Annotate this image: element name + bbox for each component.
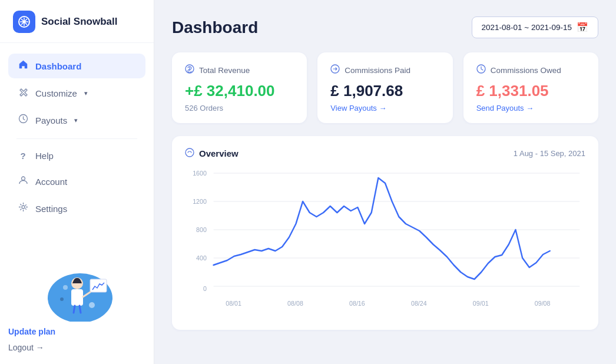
sidebar-item-help[interactable]: ? Help [8,145,145,167]
stat-header-revenue: Total Revenue [185,64,294,76]
page-title: Dashboard [172,18,258,37]
dashboard-label: Dashboard [35,61,81,71]
owed-label: Commissions Owed [491,66,561,75]
revenue-icon [185,64,194,76]
illustration-area [8,257,145,326]
svg-point-1 [23,21,26,24]
sidebar-bottom: Update plan Logout → [0,251,154,364]
send-payouts-link[interactable]: Send Payouts → [476,104,585,112]
svg-point-3 [21,177,25,180]
stat-card-commissions-paid: Commissions Paid £ 1,907.68 View Payouts… [317,52,452,123]
svg-rect-7 [71,289,83,306]
overview-title: Overview [185,148,239,159]
payouts-icon [16,114,29,127]
svg-point-10 [63,285,68,290]
payouts-chevron: ▾ [74,117,78,124]
overview-chart: 1600 1200 800 400 0 08/01 08/08 08/16 08… [185,167,585,320]
revenue-value: +£ 32,410.00 [185,82,294,100]
account-label: Account [35,177,67,187]
svg-text:08/24: 08/24 [411,300,427,307]
svg-text:1600: 1600 [193,170,207,177]
svg-text:1200: 1200 [193,198,207,205]
overview-header: Overview 1 Aug - 15 Sep, 2021 [185,148,585,159]
nav-divider [16,138,137,139]
owed-value: £ 1,331.05 [476,82,585,100]
paid-value: £ 1,907.68 [330,82,439,100]
revenue-sub: 526 Orders [185,104,294,112]
app-name: Social Snowball [41,16,117,28]
logout-button[interactable]: Logout → [8,340,145,355]
sidebar-nav: Dashboard Customize ▾ Payouts ▾ [0,43,154,251]
settings-label: Settings [35,204,67,214]
sidebar-item-payouts[interactable]: Payouts ▾ [8,108,145,133]
help-icon: ? [16,151,29,161]
chart-line [214,178,550,279]
customize-icon [16,87,29,100]
sidebar-item-account[interactable]: Account [8,169,145,194]
svg-point-9 [89,302,95,308]
settings-icon [16,202,29,215]
svg-text:800: 800 [196,226,207,233]
main-header: Dashboard 2021-08-01 ~ 2021-09-15 📅 [172,16,598,38]
owed-icon [476,64,486,76]
customize-chevron: ▾ [84,90,88,97]
stat-card-commissions-owed: Commissions Owed £ 1,331.05 Send Payouts… [463,52,598,123]
svg-text:0: 0 [203,285,207,292]
logo-icon [13,11,35,33]
overview-card: Overview 1 Aug - 15 Sep, 2021 1600 1200 … [172,136,598,330]
svg-text:09/01: 09/01 [473,300,489,307]
svg-point-4 [22,206,25,209]
logo-area: Social Snowball [0,0,154,43]
svg-text:08/16: 08/16 [349,300,365,307]
main-content: Dashboard 2021-08-01 ~ 2021-09-15 📅 Tota… [154,0,616,364]
stat-header-owed: Commissions Owed [476,64,585,76]
svg-point-11 [60,297,64,301]
sidebar-item-customize[interactable]: Customize ▾ [8,81,145,105]
sidebar: Social Snowball Dashboard Customize ▾ [0,0,154,364]
chart-container: 1600 1200 800 400 0 08/01 08/08 08/16 08… [185,167,585,320]
help-label: Help [35,151,54,161]
svg-line-13 [74,306,75,313]
home-icon [16,59,29,72]
account-icon [16,175,29,188]
paid-icon [330,64,340,76]
sidebar-item-dashboard[interactable]: Dashboard [8,54,145,78]
illustration-svg [36,263,118,322]
date-range-button[interactable]: 2021-08-01 ~ 2021-09-15 📅 [472,16,599,38]
svg-line-14 [80,306,81,313]
view-payouts-link[interactable]: View Payouts → [330,104,439,112]
svg-text:08/08: 08/08 [287,300,303,307]
paid-label: Commissions Paid [345,66,410,75]
payouts-label: Payouts [35,115,67,125]
stat-header-paid: Commissions Paid [330,64,439,76]
revenue-label: Total Revenue [199,66,250,75]
sidebar-item-settings[interactable]: Settings [8,196,145,221]
svg-text:09/08: 09/08 [535,300,551,307]
svg-text:400: 400 [196,254,207,262]
overview-date: 1 Aug - 15 Sep, 2021 [514,149,585,158]
calendar-icon: 📅 [577,22,588,33]
update-plan-link[interactable]: Update plan [8,327,55,336]
customize-label: Customize [35,88,77,98]
date-range-text: 2021-08-01 ~ 2021-09-15 [482,23,572,32]
svg-text:08/01: 08/01 [226,300,241,307]
stats-row: Total Revenue +£ 32,410.00 526 Orders Co… [172,52,598,123]
svg-point-18 [186,148,194,157]
logout-label: Logout → [8,343,44,352]
stat-card-total-revenue: Total Revenue +£ 32,410.00 526 Orders [172,52,307,123]
overview-icon [185,148,194,159]
